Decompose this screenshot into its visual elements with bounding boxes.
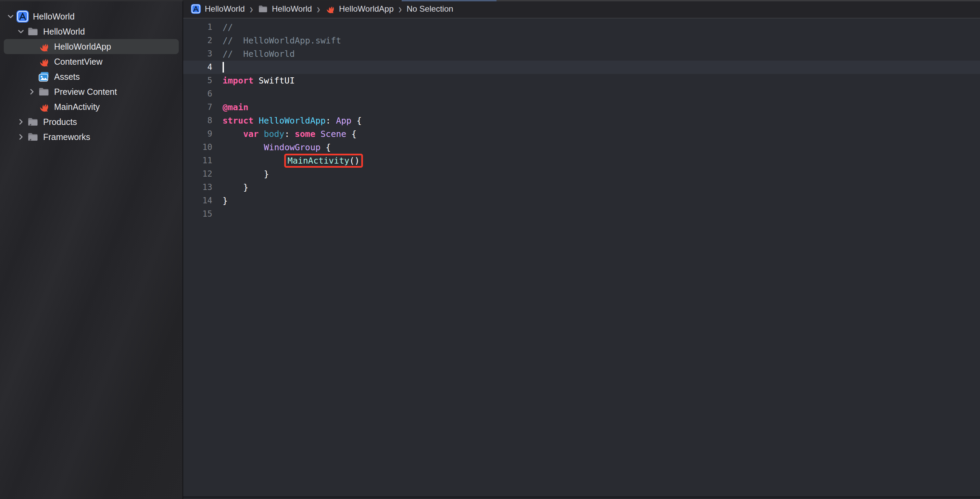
code-line-3[interactable]: 3// HelloWorld — [183, 47, 980, 60]
sidebar-item-assets[interactable]: Assets — [4, 69, 179, 84]
chevron-right-icon[interactable] — [16, 133, 26, 141]
code-line-9[interactable]: 9 var body: some Scene { — [183, 127, 980, 141]
line-number: 11 — [183, 154, 212, 167]
code-line-2[interactable]: 2// HelloWorldApp.swift — [183, 34, 980, 47]
line-number: 14 — [183, 194, 212, 207]
code-line-1[interactable]: 1// — [183, 21, 980, 34]
breadcrumb-item-no-selection[interactable]: No Selection — [407, 4, 453, 14]
swift-icon — [37, 101, 51, 113]
sidebar-item-label: Assets — [54, 72, 80, 82]
token-plain: { — [320, 142, 331, 152]
token-plain: : — [285, 129, 295, 139]
sidebar-item-helloworld[interactable]: HelloWorld — [4, 24, 179, 39]
top-edge-segment-sidebar-edge — [0, 0, 183, 2]
token-plain — [223, 156, 285, 166]
line-number: 6 — [183, 87, 212, 101]
code-content: } — [223, 181, 248, 194]
jump-bar: HelloWorld› HelloWorld› HelloWorldApp›No… — [183, 0, 980, 19]
folder-icon — [37, 86, 51, 97]
line-number: 1 — [183, 21, 212, 34]
token-project_class: MainActivity — [288, 156, 350, 166]
top-edge-segment-bar-edge-left — [183, 0, 402, 2]
window-top-edge — [0, 0, 980, 2]
token-comment: // HelloWorld — [223, 49, 295, 59]
line-number: 2 — [183, 34, 212, 47]
token-comment: // — [223, 22, 233, 32]
sidebar-item-preview-content[interactable]: Preview Content — [4, 84, 179, 99]
folder-badge-icon — [26, 131, 40, 143]
xcode-project-icon — [16, 10, 29, 23]
sidebar-item-helloworld[interactable]: HelloWorld — [4, 9, 179, 24]
swift-icon — [37, 41, 51, 52]
highlight-box: MainActivity() — [284, 154, 363, 168]
code-content: @main — [223, 101, 248, 114]
sidebar-item-products[interactable]: Products — [4, 114, 179, 129]
code-line-10[interactable]: 10 WindowGroup { — [183, 141, 980, 154]
line-number: 12 — [183, 167, 212, 181]
line-number: 9 — [183, 127, 212, 141]
code-line-8[interactable]: 8struct HelloWorldApp: App { — [183, 114, 980, 127]
breadcrumb-item-helloworld[interactable]: HelloWorld — [258, 4, 312, 14]
token-plain: () — [349, 156, 360, 166]
sidebar-item-label: HelloWorld — [33, 12, 75, 22]
sidebar-item-mainactivity[interactable]: MainActivity — [4, 99, 179, 114]
breadcrumb-label: HelloWorld — [272, 4, 312, 14]
chevron-down-icon[interactable] — [5, 12, 16, 21]
chevron-right-icon[interactable] — [27, 87, 37, 96]
token-sdk_type: Scene — [320, 129, 346, 139]
token-member_decl: body — [264, 129, 284, 139]
breadcrumb-separator: › — [317, 2, 320, 16]
code-line-14[interactable]: 14} — [183, 194, 980, 207]
text-cursor — [223, 62, 224, 73]
line-number: 13 — [183, 181, 212, 194]
breadcrumb-separator: › — [399, 2, 402, 16]
breadcrumb-item-helloworld[interactable]: HelloWorld — [191, 4, 245, 14]
token-plain: SwiftUI — [253, 76, 294, 86]
code-content: MainActivity() — [223, 154, 363, 167]
code-content: // HelloWorld — [223, 47, 295, 60]
code-content: WindowGroup { — [223, 141, 331, 154]
sidebar-item-label: Preview Content — [54, 87, 117, 97]
code-content — [223, 60, 224, 74]
code-line-5[interactable]: 5import SwiftUI — [183, 74, 980, 87]
code-line-7[interactable]: 7@main — [183, 101, 980, 114]
code-line-13[interactable]: 13 } — [183, 181, 980, 194]
code-line-12[interactable]: 12 } — [183, 167, 980, 181]
top-edge-segment-bar-edge-right — [496, 0, 980, 2]
breadcrumb-item-helloworldapp[interactable]: HelloWorldApp — [325, 4, 394, 14]
code-content: var body: some Scene { — [223, 127, 356, 141]
source-editor[interactable]: 1//2// HelloWorldApp.swift3// HelloWorld… — [183, 19, 980, 499]
token-comment: // HelloWorldApp.swift — [223, 36, 341, 46]
breadcrumb-separator: › — [250, 2, 253, 16]
breadcrumb-label: HelloWorld — [205, 4, 245, 14]
code-line-4[interactable]: 4 — [183, 60, 980, 74]
code-content: // — [223, 21, 233, 34]
code-content: // HelloWorldApp.swift — [223, 34, 341, 47]
sidebar-item-label: Frameworks — [43, 132, 91, 142]
chevron-down-icon[interactable] — [16, 27, 26, 36]
line-number: 8 — [183, 114, 212, 127]
swift-icon — [325, 4, 335, 14]
token-keyword: some — [295, 129, 315, 139]
code-line-11[interactable]: 11 MainActivity() — [183, 154, 980, 167]
editor-bottom-edge — [183, 497, 980, 499]
assets-icon — [37, 71, 51, 83]
swift-icon — [37, 56, 51, 67]
sidebar-item-contentview[interactable]: ContentView — [4, 54, 179, 69]
token-keyword: @main — [223, 102, 248, 112]
sidebar-item-label: HelloWorld — [43, 27, 85, 37]
token-sdk_type: WindowGroup — [264, 142, 320, 152]
sidebar-item-frameworks[interactable]: Frameworks — [4, 129, 179, 145]
token-plain: { — [351, 116, 361, 126]
code-content: } — [223, 167, 269, 181]
token-keyword: var — [243, 129, 259, 139]
chevron-right-icon[interactable] — [16, 118, 26, 126]
code-line-6[interactable]: 6 — [183, 87, 980, 101]
sidebar-item-helloworldapp[interactable]: HelloWorldApp — [4, 39, 179, 54]
token-plain — [223, 129, 243, 139]
code-line-15[interactable]: 15 — [183, 207, 980, 221]
token-plain: } — [223, 183, 248, 192]
editor-pane: HelloWorld› HelloWorld› HelloWorldApp›No… — [183, 0, 980, 499]
project-navigator: HelloWorld HelloWorld HelloWorldApp Cont… — [0, 0, 183, 499]
folder-icon — [26, 25, 40, 37]
